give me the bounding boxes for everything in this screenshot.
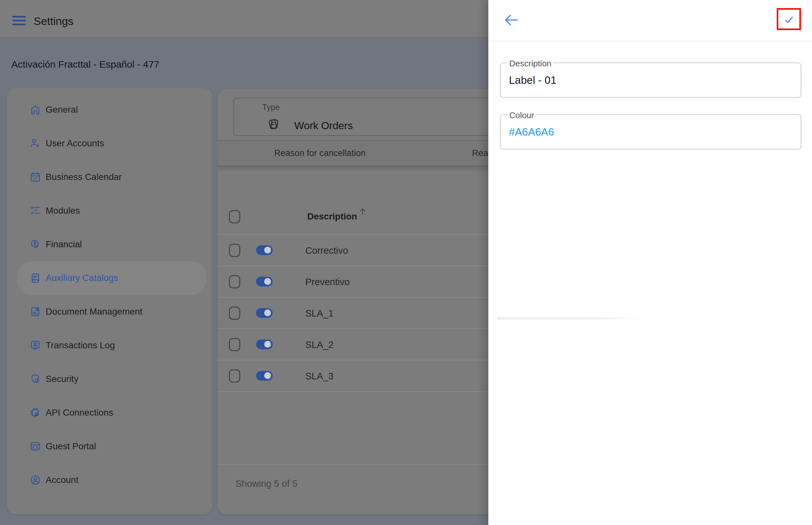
colour-field[interactable]: Colour #A6A6A6 xyxy=(500,114,801,150)
sidebar-item-guest-portal[interactable]: Guest Portal xyxy=(17,430,207,463)
hamburger-menu-icon[interactable] xyxy=(12,16,26,25)
select-all-checkbox[interactable] xyxy=(229,210,240,223)
sort-ascending-icon[interactable] xyxy=(357,206,368,216)
portal-icon xyxy=(29,440,42,452)
enabled-toggle[interactable] xyxy=(256,277,272,286)
tags-icon xyxy=(265,117,281,132)
enabled-toggle[interactable] xyxy=(256,340,272,349)
enabled-toggle[interactable] xyxy=(256,308,272,318)
description-field-value[interactable]: Label - 01 xyxy=(509,63,557,97)
sidebar-item-label: Security xyxy=(46,374,78,384)
sidebar-item-security[interactable]: Security xyxy=(17,362,207,396)
sidebar-item-transactions-log[interactable]: Transactions Log xyxy=(17,329,207,362)
sidebar-item-account[interactable]: Account xyxy=(17,463,207,497)
sidebar-item-modules[interactable]: Modules xyxy=(17,194,207,227)
row-description: SLA_1 xyxy=(305,308,334,319)
screen: Settings Activación Fracttal - Español -… xyxy=(0,0,812,525)
sidebar-item-label: Transactions Log xyxy=(46,340,115,350)
sidebar-item-business-calendar[interactable]: Business Calendar xyxy=(17,160,207,194)
sidebar-item-auxiliary-catalogs[interactable]: Auxiliary Catalogs xyxy=(17,261,207,295)
calendar-icon xyxy=(29,171,42,183)
sidebar-item-label: Auxiliary Catalogs xyxy=(46,273,118,283)
row-checkbox[interactable] xyxy=(229,244,240,257)
row-description: Correctivo xyxy=(305,245,348,256)
tab-reason-for-cancellation[interactable]: Reason for cancellation xyxy=(274,148,366,158)
chip-gear-icon xyxy=(29,407,42,419)
sidebar-item-label: API Connections xyxy=(46,407,113,418)
label-edit-panel: Description Label - 01 Colour #A6A6A6 xyxy=(488,0,812,525)
back-arrow-icon[interactable] xyxy=(502,11,520,29)
row-description: SLA_3 xyxy=(305,371,334,381)
account-circle-icon xyxy=(29,474,42,486)
sidebar-item-financial[interactable]: Financial xyxy=(17,227,207,261)
sidebar-item-label: Modules xyxy=(46,206,80,216)
type-select-label: Type xyxy=(259,103,283,112)
user-add-icon xyxy=(29,137,42,150)
sidebar-item-label: Business Calendar xyxy=(46,172,122,182)
sidebar-item-label: Guest Portal xyxy=(46,441,96,451)
row-checkbox[interactable] xyxy=(229,306,240,320)
sidebar-item-user-accounts[interactable]: User Accounts xyxy=(17,126,207,160)
save-check-icon[interactable] xyxy=(782,14,796,25)
row-checkbox[interactable] xyxy=(229,275,240,288)
workspace-subtitle: Activación Fracttal - Español - 477 xyxy=(11,59,159,70)
dollar-icon xyxy=(29,238,42,251)
settings-sidebar: General User Accounts Business Calendar … xyxy=(7,88,212,514)
row-checkbox[interactable] xyxy=(229,338,240,351)
enabled-toggle[interactable] xyxy=(256,371,272,381)
sidebar-item-api-connections[interactable]: API Connections xyxy=(17,396,207,430)
book-icon xyxy=(29,272,42,284)
sidebar-item-general[interactable]: General xyxy=(17,93,207,126)
document-clock-icon xyxy=(29,305,42,318)
row-count-status: Showing 5 of 5 xyxy=(235,478,297,489)
column-header-description[interactable]: Description xyxy=(307,211,357,222)
shield-icon xyxy=(29,373,42,385)
checklist-icon xyxy=(29,205,42,217)
page-title: Settings xyxy=(34,15,74,28)
panel-header xyxy=(489,0,812,42)
row-checkbox[interactable] xyxy=(229,369,240,382)
app-header: Settings xyxy=(0,0,488,38)
colour-field-value[interactable]: #A6A6A6 xyxy=(509,115,554,149)
panel-section-shadow xyxy=(497,317,649,319)
sidebar-item-label: General xyxy=(46,105,78,115)
home-icon xyxy=(29,104,42,116)
sidebar-item-label: Account xyxy=(46,475,78,485)
row-description: Preventivo xyxy=(305,277,350,287)
description-field[interactable]: Description Label - 01 xyxy=(500,62,801,98)
sidebar-item-document-management[interactable]: Document Management xyxy=(17,295,207,329)
sidebar-item-label: Financial xyxy=(46,239,82,250)
type-select-value: Work Orders xyxy=(294,120,353,132)
annotation-highlight-box xyxy=(777,8,801,30)
person-log-icon xyxy=(29,339,42,351)
sidebar-item-label: Document Management xyxy=(46,306,143,317)
enabled-toggle[interactable] xyxy=(256,245,272,255)
sidebar-item-label: User Accounts xyxy=(46,138,104,149)
row-description: SLA_2 xyxy=(305,340,334,350)
